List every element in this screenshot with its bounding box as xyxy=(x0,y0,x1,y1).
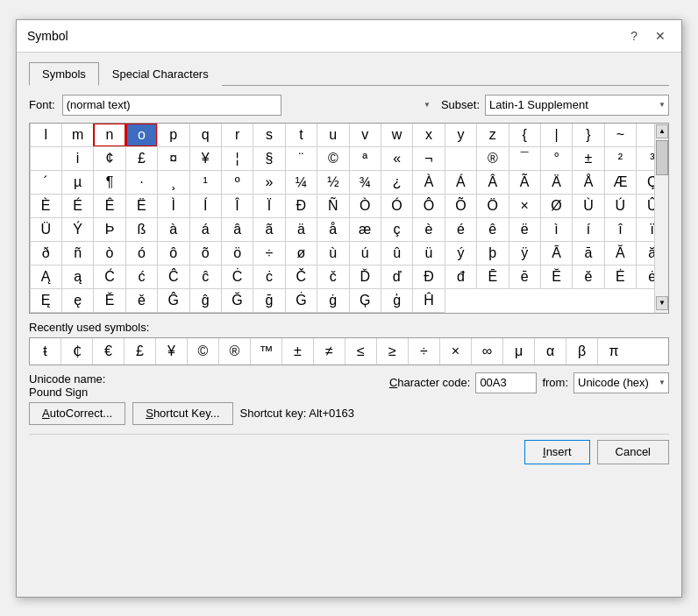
symbol-cell[interactable]: ¦ xyxy=(221,146,253,171)
symbol-cell[interactable]: Ë xyxy=(125,194,158,218)
symbol-cell[interactable]: q xyxy=(189,123,222,147)
symbol-cell[interactable]: þ xyxy=(476,241,509,266)
font-select[interactable]: (normal text) xyxy=(62,95,281,116)
symbol-cell[interactable]: } xyxy=(572,123,604,147)
recently-used-cell[interactable]: μ xyxy=(503,338,535,365)
symbol-cell[interactable]: ý xyxy=(445,241,477,266)
symbol-cell[interactable]: w xyxy=(381,123,413,147)
symbol-cell[interactable]: ø xyxy=(285,241,317,266)
symbol-cell[interactable]: ą xyxy=(61,265,94,289)
symbol-cell[interactable]: í xyxy=(572,217,604,242)
symbol-cell[interactable]: ġ xyxy=(317,288,349,313)
symbol-cell[interactable]: Ć xyxy=(93,265,125,289)
symbol-cell[interactable]: û xyxy=(381,241,413,266)
symbol-cell[interactable]: v xyxy=(349,123,381,147)
symbol-cell[interactable]: i xyxy=(61,146,94,171)
recently-used-cell[interactable]: ≥ xyxy=(377,338,409,365)
symbol-cell[interactable]: ¹ xyxy=(189,170,222,195)
recently-used-cell[interactable]: ™ xyxy=(251,338,282,365)
symbol-cell[interactable]: ģ xyxy=(381,288,413,313)
symbol-cell[interactable]: Ô xyxy=(412,194,445,218)
symbol-cell[interactable]: m xyxy=(61,123,94,147)
symbol-cell[interactable]: Ó xyxy=(381,194,413,218)
symbol-cell[interactable]: ğ xyxy=(253,288,285,313)
symbol-cell[interactable]: đ xyxy=(445,265,477,289)
subset-select-wrapper[interactable]: Latin-1 Supplement xyxy=(485,95,669,116)
symbol-cell[interactable]: t xyxy=(285,123,317,147)
symbol-cell[interactable]: Ø xyxy=(540,194,573,218)
symbol-cell[interactable]: Ð xyxy=(285,194,317,218)
symbol-cell[interactable]: ß xyxy=(125,217,158,242)
symbol-cell[interactable]: Ĕ xyxy=(540,265,573,289)
symbol-cell[interactable]: Ď xyxy=(349,265,381,289)
symbol-cell[interactable]: ¾ xyxy=(349,170,381,195)
recently-used-cell[interactable]: © xyxy=(188,338,219,365)
symbol-cell[interactable]: { xyxy=(509,123,541,147)
scroll-up-arrow[interactable]: ▲ xyxy=(656,124,668,138)
symbol-cell[interactable]: r xyxy=(221,123,253,147)
symbol-cell[interactable]: î xyxy=(604,217,637,242)
symbol-cell[interactable]: Æ xyxy=(604,170,637,195)
cancel-button[interactable]: Cancel xyxy=(597,440,669,464)
symbol-cell[interactable]: ē xyxy=(509,265,541,289)
symbol-cell[interactable]: à xyxy=(157,217,189,242)
symbol-cell[interactable]: å xyxy=(317,217,349,242)
symbol-cell[interactable]: À xyxy=(412,170,445,195)
symbol-cell[interactable]: º xyxy=(221,170,253,195)
symbol-cell[interactable]: õ xyxy=(189,241,222,266)
symbol-cell[interactable]: Ĝ xyxy=(157,288,189,313)
symbol-cell[interactable]: Ö xyxy=(476,194,509,218)
recently-used-cell[interactable]: π xyxy=(598,338,630,365)
symbol-cell[interactable]: § xyxy=(253,146,285,171)
symbol-cell[interactable]: Á xyxy=(445,170,477,195)
symbol-cell[interactable]: Ġ xyxy=(285,288,317,313)
symbol-cell[interactable]: Ă xyxy=(604,241,637,266)
symbol-cell[interactable]: ò xyxy=(93,241,125,266)
recently-used-cell[interactable]: × xyxy=(440,338,472,365)
recently-used-cell[interactable]: ± xyxy=(282,338,314,365)
symbol-cell[interactable]: ú xyxy=(349,241,381,266)
symbol-cell[interactable]: Ã xyxy=(509,170,541,195)
symbol-cell[interactable]: © xyxy=(317,146,349,171)
symbol-cell[interactable]: | xyxy=(540,123,573,147)
symbol-cell[interactable]: Ì xyxy=(157,194,189,218)
symbol-cell[interactable]: « xyxy=(381,146,413,171)
symbol-cell[interactable]: ç xyxy=(381,217,413,242)
symbol-cell[interactable]: ĝ xyxy=(189,288,222,313)
symbol-cell[interactable]: ¶ xyxy=(93,170,125,195)
recently-used-cell[interactable]: £ xyxy=(125,338,156,365)
symbol-cell[interactable]: ã xyxy=(253,217,285,242)
help-button[interactable]: ? xyxy=(625,27,643,45)
symbol-cell[interactable]: n xyxy=(93,123,125,147)
recently-used-cell[interactable]: β xyxy=(566,338,598,365)
from-select-wrapper[interactable]: Unicode (hex) xyxy=(573,372,669,393)
recently-used-cell[interactable]: ≤ xyxy=(345,338,377,365)
symbol-cell[interactable]: ü xyxy=(412,241,445,266)
close-button[interactable]: ✕ xyxy=(650,27,671,45)
symbol-cell[interactable]: Ĥ xyxy=(412,288,445,313)
symbol-cell[interactable]: ô xyxy=(157,241,189,266)
symbol-cell[interactable]: ² xyxy=(604,146,637,171)
symbol-cell[interactable]: ¯ xyxy=(509,146,541,171)
symbol-cell[interactable]: ð xyxy=(30,241,62,266)
symbol-cell[interactable]: ´ xyxy=(30,170,62,195)
symbol-cell[interactable]: µ xyxy=(61,170,94,195)
symbol-cell[interactable]: Î xyxy=(221,194,253,218)
symbol-cell[interactable]: é xyxy=(445,217,477,242)
symbol-cell[interactable]: ć xyxy=(125,265,158,289)
recently-used-cell[interactable]: ₵ xyxy=(61,338,93,365)
symbol-cell[interactable]: Ė xyxy=(604,265,637,289)
recently-used-cell[interactable]: ∞ xyxy=(472,338,503,365)
symbol-cell[interactable]: È xyxy=(30,194,62,218)
shortcut-key-button[interactable]: Shortcut Key... xyxy=(132,402,232,425)
symbol-cell[interactable]: ā xyxy=(572,241,604,266)
symbol-cell[interactable]: » xyxy=(253,170,285,195)
symbol-cell[interactable]: č xyxy=(317,265,349,289)
symbol-cell[interactable]: ñ xyxy=(61,241,94,266)
char-code-input[interactable] xyxy=(475,372,537,393)
recently-used-cell[interactable]: ¥ xyxy=(156,338,188,365)
symbol-cell[interactable]: Ý xyxy=(61,217,94,242)
symbol-cell[interactable]: ó xyxy=(125,241,158,266)
symbol-cell[interactable]: Ù xyxy=(572,194,604,218)
subset-select[interactable]: Latin-1 Supplement xyxy=(485,95,669,116)
